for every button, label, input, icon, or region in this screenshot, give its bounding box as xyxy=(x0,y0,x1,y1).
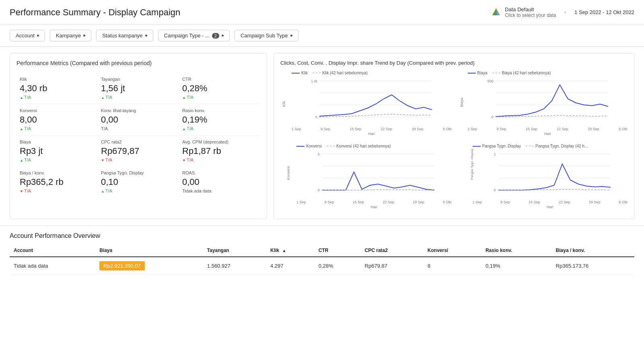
row-rasio-konv: 0,19% xyxy=(481,257,552,275)
metrics-panel: Performance Metrics (Compared with previ… xyxy=(10,53,267,219)
col-rasio-konv[interactable]: Rasio konv. xyxy=(481,244,552,257)
konversi-prev-legend-label: Konversi (42 hari sebelumnya) xyxy=(336,144,391,148)
konversi-legend-line-icon xyxy=(296,146,305,147)
metric-avg-cpm-value: Rp1,87 rb xyxy=(182,146,257,156)
metric-tayangan-arrow-icon xyxy=(101,95,105,100)
metric-biaya-change: T/A xyxy=(20,158,95,162)
metric-konversi-arrow-icon xyxy=(20,126,23,131)
row-konversi: 8 xyxy=(424,257,481,275)
table-body: Tidak ada data Rp2.921.390,07 1.560.927 … xyxy=(10,257,634,275)
separator-dot: • xyxy=(564,9,567,16)
table-header-row: Account Biaya Tayangan Klik ▲ CTR CPC ra… xyxy=(10,244,634,257)
filter-kampanye[interactable]: Kampanye xyxy=(50,30,91,41)
metric-pangsa-display-arrow-icon xyxy=(101,188,105,193)
header: Performance Summary - Display Campaign D… xyxy=(0,0,644,25)
col-ctr[interactable]: CTR xyxy=(315,244,361,257)
svg-text:1: 1 xyxy=(494,152,496,156)
date-range[interactable]: 1 Sep 2022 - 12 Okt 2022 xyxy=(574,9,634,15)
filter-account[interactable]: Account xyxy=(10,30,45,41)
row-ctr: 0,28% xyxy=(315,257,361,275)
col-biaya[interactable]: Biaya xyxy=(95,244,203,257)
filter-account-dot-icon xyxy=(37,35,39,37)
filter-status-kampanye[interactable]: Status kampanye xyxy=(96,30,153,41)
biaya-prev-legend-line-icon xyxy=(492,73,500,73)
metric-klik-change: T/A xyxy=(20,95,95,100)
filter-campaign-sub-type-dot-icon xyxy=(290,35,292,37)
row-tayangan: 1.560.927 xyxy=(203,257,266,275)
pangsa-prev-legend-line-icon xyxy=(526,146,534,146)
biaya-highlight-badge: Rp2.921.390,07 xyxy=(99,261,145,270)
row-klik: 4.297 xyxy=(266,257,315,275)
biaya-x-title: Hari xyxy=(468,132,628,136)
metric-ctr-value: 0,28% xyxy=(182,83,257,94)
metric-klik-arrow-icon xyxy=(20,95,23,100)
pangsa-legend-line-icon xyxy=(473,146,481,147)
metric-rasio-konv-label: Rasio konv. xyxy=(182,108,257,113)
metrics-grid: Klik 4,30 rb T/A Tayangan 1,56 jt T/A CT… xyxy=(16,73,260,197)
page-title: Performance Summary - Display Campaign xyxy=(10,7,180,18)
col-tayangan[interactable]: Tayangan xyxy=(203,244,266,257)
filter-campaign-type[interactable]: Campaign Type - ... 2 xyxy=(158,30,230,41)
metric-pangsa-display-change: T/A xyxy=(101,188,176,193)
row-biaya: Rp2.921.390,07 xyxy=(95,257,203,275)
klik-legend-item: Klik xyxy=(292,71,308,75)
data-source[interactable]: Data Default Click to select your data xyxy=(490,6,556,18)
svg-text:0: 0 xyxy=(318,188,320,192)
metric-roas-label: ROAS. xyxy=(182,170,257,175)
konversi-y-title: Konversi xyxy=(286,166,290,180)
google-ads-logo-icon xyxy=(490,7,502,18)
col-account[interactable]: Account xyxy=(10,244,95,257)
filter-kampanye-label: Kampanye xyxy=(56,33,81,39)
metric-roas: ROAS. 0,00 Tidak ada data xyxy=(179,166,260,197)
pangsa-legend-item: Pangsa Tygn. Display xyxy=(473,144,521,148)
row-cpc: Rp679,87 xyxy=(361,257,424,275)
metric-ctr-change: T/A xyxy=(182,95,257,100)
klik-x-title: Hari xyxy=(292,132,452,136)
metric-rasio-konv-value: 0,19% xyxy=(182,115,257,125)
metric-avg-cpm-change: T/A xyxy=(182,158,257,162)
metric-biaya-arrow-icon xyxy=(20,158,23,162)
metric-biaya-value: Rp3 jt xyxy=(20,146,95,156)
metric-pangsa-display-label: Pangsa Tygn. Display xyxy=(101,170,176,175)
metric-konv-lihat-tayang-label: Konv. lihat-tayang xyxy=(101,108,176,113)
svg-text:0: 0 xyxy=(494,188,496,192)
filter-account-label: Account xyxy=(16,33,35,39)
konversi-x-labels: 1 Sep 8 Sep 15 Sep 22 Sep 29 Sep 6 Okt xyxy=(296,200,452,204)
metric-cpc-value: Rp679,87 xyxy=(101,146,176,156)
metric-roas-value: 0,00 xyxy=(182,177,257,187)
svg-text:1 rb: 1 rb xyxy=(311,79,317,83)
charts-grid: Klik Klik (42 hari sebelumnya) Klik 1 rb xyxy=(280,71,628,212)
konversi-chart: Konversi Konversi (42 hari sebelumnya) K… xyxy=(280,144,452,212)
konversi-legend-label: Konversi xyxy=(306,144,322,148)
svg-text:0: 0 xyxy=(315,115,317,119)
klik-legend-label: Klik xyxy=(301,71,308,75)
metric-biaya-konv-change: T/A xyxy=(20,188,95,193)
metric-klik-label: Klik xyxy=(20,77,95,82)
pangsa-x-title: Hari xyxy=(473,205,628,209)
metric-konversi: Konversi 8,00 T/A xyxy=(16,104,98,135)
metric-klik: Klik 4,30 rb T/A xyxy=(16,73,98,104)
data-source-name: Data Default xyxy=(505,6,556,12)
filter-status-dot-icon xyxy=(145,35,147,37)
pangsa-chart-legend: Pangsa Tygn. Display Pangsa Tygn. Displa… xyxy=(473,144,628,148)
klik-prev-legend-line-icon xyxy=(313,73,321,73)
col-cpc[interactable]: CPC rata2 xyxy=(361,244,424,257)
klik-y-title: Klik xyxy=(282,101,286,107)
filter-campaign-sub-type-label: Campaign Sub Type xyxy=(241,33,288,39)
metric-konversi-change: T/A xyxy=(20,126,95,131)
sort-arrow-icon: ▲ xyxy=(282,248,286,253)
table-header: Account Biaya Tayangan Klik ▲ CTR CPC ra… xyxy=(10,244,634,257)
col-klik[interactable]: Klik ▲ xyxy=(266,244,315,257)
metric-rasio-konv: Rasio konv. 0,19% T/A xyxy=(179,104,260,135)
metric-ctr-label: CTR xyxy=(182,77,257,82)
metric-konversi-value: 8,00 xyxy=(20,115,95,125)
col-konversi[interactable]: Konversi xyxy=(424,244,481,257)
metric-cpc-label: CPC rata2 xyxy=(101,139,176,144)
filter-campaign-type-dot-icon xyxy=(222,35,224,37)
biaya-chart-svg: 500 0 xyxy=(468,77,628,125)
metric-tayangan-value: 1,56 jt xyxy=(101,83,176,94)
biaya-legend-line-icon xyxy=(468,73,476,74)
col-biaya-konv[interactable]: Biaya / konv. xyxy=(552,244,634,257)
filter-campaign-sub-type[interactable]: Campaign Sub Type xyxy=(235,30,298,41)
table-title: Account Performance Overview xyxy=(10,232,634,240)
